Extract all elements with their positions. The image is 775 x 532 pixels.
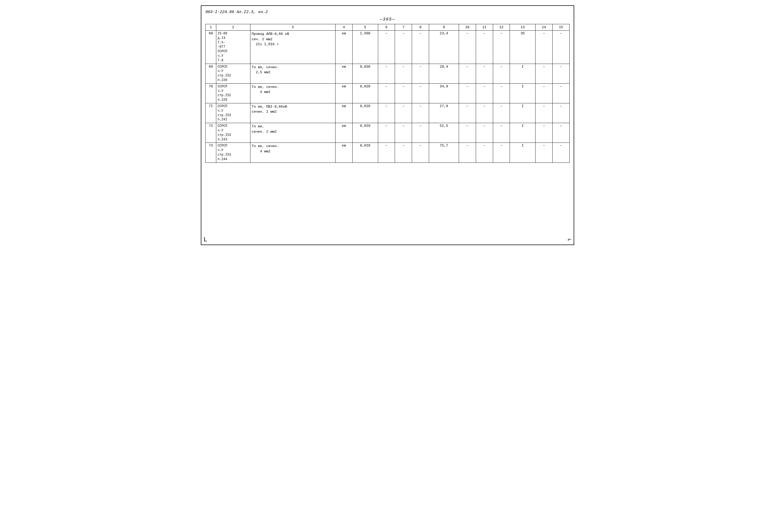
cell-row3-col9: 34,9 <box>429 83 459 103</box>
col-header-5: 5 <box>352 24 378 31</box>
cell-row4-col7: – <box>395 103 412 123</box>
cell-row3-col3: То же, сечен. 4 мм2 <box>250 83 335 103</box>
cell-row6-col7: – <box>395 143 412 163</box>
cell-row4-col12: – <box>493 103 510 123</box>
cell-row4-col4: км <box>335 103 352 123</box>
table-row: 70ССРСП ч.У стр.I52 п.229То же, сечен. 4… <box>206 83 569 103</box>
col-header-10: 10 <box>459 24 476 31</box>
cell-row4-col10: – <box>459 103 476 123</box>
cell-row5-col3: То же, сечен. 2 мм2 <box>250 123 335 143</box>
col-header-13: 13 <box>510 24 535 31</box>
cell-row5-col5: 0,0I0 <box>352 123 378 143</box>
col-header-8: 8 <box>412 24 429 31</box>
cell-row5-col14: – <box>535 123 552 143</box>
cell-row2-col10: – <box>459 64 476 83</box>
cell-row5-col9: 5I,5 <box>429 123 459 143</box>
cell-row3-col10: – <box>459 83 476 103</box>
table-row: 69ССРСП ч.У стр.I52 п.228То же, сечен. 2… <box>206 64 569 83</box>
cell-row1-col7: – <box>395 31 412 64</box>
cell-row2-col5: 0,030 <box>352 64 378 83</box>
col-header-9: 9 <box>429 24 459 31</box>
cell-row2-col13: I <box>510 64 535 83</box>
cell-row1-col15: – <box>552 31 569 64</box>
cell-row3-col14: – <box>535 83 552 103</box>
cell-row2-col8: – <box>412 64 429 83</box>
cell-row6-col12: – <box>493 143 510 163</box>
cell-row4-col14: – <box>535 103 552 123</box>
table-row: 72ССРСП ч.У стр.I53 п.243То же, сечен. 2… <box>206 123 569 143</box>
cell-row6-col9: 75,7 <box>429 143 459 163</box>
main-table: 1 2 3 4 5 6 7 8 9 10 11 12 13 14 15 68I5… <box>206 24 569 163</box>
cell-row2-col2: ССРСП ч.У стр.I52 п.228 <box>216 64 250 83</box>
cell-row5-col2: ССРСП ч.У стр.I53 п.243 <box>216 123 250 143</box>
cell-row3-col2: ССРСП ч.У стр.I52 п.229 <box>216 83 250 103</box>
cell-row1-col3: Провод АПВ-0,66 кВ сеч. 2 мм2 2Ix I,ПI6 … <box>250 31 335 64</box>
cell-row4-col11: – <box>476 103 493 123</box>
cell-row3-col13: I <box>510 83 535 103</box>
cell-row1-col11: – <box>476 31 493 64</box>
col-header-7: 7 <box>395 24 412 31</box>
cell-row4-col15: – <box>552 103 569 123</box>
cell-row5-col10: – <box>459 123 476 143</box>
doc-reference: 903-I-224.86 Ал.I2.3, кн.2 <box>206 10 268 14</box>
cell-row3-col6: – <box>378 83 395 103</box>
cell-row5-col13: I <box>510 123 535 143</box>
col-header-4: 4 <box>335 24 352 31</box>
col-header-3: 3 <box>250 24 335 31</box>
cell-row6-col6: – <box>378 143 395 163</box>
cell-row1-col5: I,500 <box>352 31 378 64</box>
table-row: 73ССРСП ч.У стр.I53 п.244То же, сечен. 4… <box>206 143 569 163</box>
cell-row6-col15: – <box>552 143 569 163</box>
cell-row5-col15: – <box>552 123 569 143</box>
page-container: 903-I-224.86 Ал.I2.3, кн.2 —365— 1 2 3 4… <box>201 5 574 245</box>
cell-row4-col13: I <box>510 103 535 123</box>
cell-row6-col4: км <box>335 143 352 163</box>
cell-row5-col12: – <box>493 123 510 143</box>
cell-row1-col6: – <box>378 31 395 64</box>
cell-row3-col4: км <box>335 83 352 103</box>
cell-row2-col12: – <box>493 64 510 83</box>
cell-row5-col1: 72 <box>206 123 216 143</box>
cell-row1-col9: 23,4 <box>429 31 459 64</box>
cell-row2-col3: То же, сечен. 2,5 мм2 <box>250 64 335 83</box>
col-header-14: 14 <box>535 24 552 31</box>
cell-row4-col9: 27,9 <box>429 103 459 123</box>
col-header-15: 15 <box>552 24 569 31</box>
cell-row6-col5: 0,0I0 <box>352 143 378 163</box>
cell-row2-col7: – <box>395 64 412 83</box>
cell-row1-col1: 68 <box>206 31 216 64</box>
cell-row3-col5: 0,020 <box>352 83 378 103</box>
cell-row5-col8: – <box>412 123 429 143</box>
cell-row4-col1: 7I <box>206 103 216 123</box>
cell-row1-col10: – <box>459 31 476 64</box>
cell-row4-col2: ССРСП ч.У стр.I53 п.24I <box>216 103 250 123</box>
cell-row6-col2: ССРСП ч.У стр.I53 п.244 <box>216 143 250 163</box>
bracket-right: ⌐ <box>568 236 571 243</box>
cell-row3-col8: – <box>412 83 429 103</box>
cell-row6-col1: 73 <box>206 143 216 163</box>
cell-row5-col7: – <box>395 123 412 143</box>
col-header-12: 12 <box>493 24 510 31</box>
cell-row4-col5: 0,020 <box>352 103 378 123</box>
cell-row3-col12: – <box>493 83 510 103</box>
footer-area: L ⌐ <box>206 173 569 176</box>
cell-row2-col6: – <box>378 64 395 83</box>
table-row: 7IССРСП ч.У стр.I53 п.24IТо же, ПВI-0,66… <box>206 103 569 123</box>
cell-row1-col14: – <box>535 31 552 64</box>
table-header-row: 1 2 3 4 5 6 7 8 9 10 11 12 13 14 15 <box>206 24 569 31</box>
cell-row5-col11: – <box>476 123 493 143</box>
col-header-6: 6 <box>378 24 395 31</box>
cell-row2-col9: 28,4 <box>429 64 459 83</box>
col-header-11: 11 <box>476 24 493 31</box>
col-header-1: 1 <box>206 24 216 31</box>
cell-row6-col14: – <box>535 143 552 163</box>
cell-row1-col2: I5-09 д.I4 Т.5- -077 ССРСП ч.У Т.8 <box>216 31 250 64</box>
cell-row6-col11: – <box>476 143 493 163</box>
table-row: 68I5-09 д.I4 Т.5- -077 ССРСП ч.У Т.8Пров… <box>206 31 569 64</box>
cell-row2-col14: – <box>535 64 552 83</box>
cell-row1-col8: – <box>412 31 429 64</box>
cell-row5-col4: км <box>335 123 352 143</box>
cell-row6-col13: I <box>510 143 535 163</box>
col-header-2: 2 <box>216 24 250 31</box>
cell-row2-col15: – <box>552 64 569 83</box>
